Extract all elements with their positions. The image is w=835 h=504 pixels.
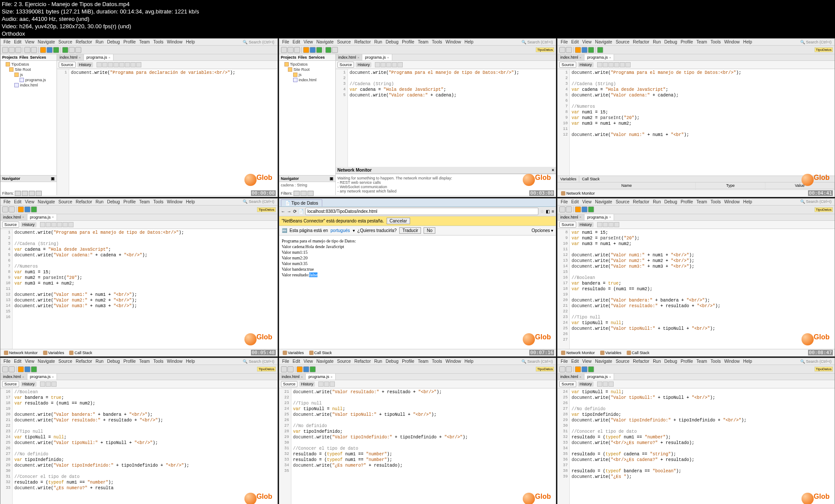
history-tab[interactable]: History	[77, 62, 93, 67]
menu-edit[interactable]: Edit	[570, 39, 580, 45]
menu-file[interactable]: File	[281, 39, 291, 45]
reload-icon[interactable]: ⟳	[293, 209, 297, 214]
menu-tools[interactable]: Tools	[709, 358, 722, 364]
filters[interactable]: Filters:	[2, 191, 42, 196]
menu-view[interactable]: View	[302, 39, 314, 45]
menu-window[interactable]: Window	[444, 39, 462, 45]
translate-button[interactable]: Traducir	[399, 227, 421, 234]
menu-refactor[interactable]: Refactor	[631, 199, 651, 205]
search-input[interactable]: 🔍 Search (Ctrl+I)	[241, 40, 275, 45]
menu-team[interactable]: Team	[695, 358, 708, 364]
menu-help[interactable]: Help	[184, 39, 196, 45]
menu-team[interactable]: Team	[695, 39, 708, 45]
menu-view[interactable]: View	[581, 358, 593, 364]
tab-index[interactable]: index.html×	[57, 54, 84, 60]
menu-view[interactable]: View	[23, 199, 36, 205]
menu-navigate[interactable]: Navigate	[315, 39, 335, 45]
menu-view[interactable]: View	[581, 39, 593, 45]
menu-refactor[interactable]: Refactor	[631, 358, 651, 364]
menu-tools[interactable]: Tools	[431, 39, 443, 45]
menu-view[interactable]: View	[581, 199, 593, 205]
url-input[interactable]: localhost:8383/TipoDatos/index.html	[305, 208, 539, 215]
project-tree[interactable]: TipoDatos Site Root js programa.js index…	[0, 61, 57, 175]
menu-edit[interactable]: Edit	[570, 358, 580, 364]
menu-refactor[interactable]: Refactor	[353, 39, 372, 45]
menu-edit[interactable]: Edit	[13, 358, 23, 364]
toolbar[interactable]	[0, 46, 277, 54]
menu-run[interactable]: Run	[651, 39, 662, 45]
menu-source[interactable]: Source	[57, 39, 73, 45]
menu-help[interactable]: Help	[184, 358, 196, 364]
menu-source[interactable]: Source	[336, 39, 352, 45]
menu-view[interactable]: View	[302, 358, 314, 364]
menu-edit[interactable]: Edit	[291, 358, 301, 364]
cancel-button[interactable]: Cancelar	[387, 218, 410, 224]
menu-run[interactable]: Run	[94, 358, 105, 364]
menu-source[interactable]: Source	[615, 39, 631, 45]
menu-window[interactable]: Window	[723, 199, 741, 205]
menu-tools[interactable]: Tools	[709, 199, 722, 205]
search-input[interactable]: 🔍 Search (Ctrl+I)	[241, 359, 275, 364]
menu-team[interactable]: Team	[695, 199, 708, 205]
menu-navigate[interactable]: Navigate	[315, 358, 335, 364]
menu-file[interactable]: File	[559, 358, 569, 364]
menu-help[interactable]: Help	[742, 39, 754, 45]
menu-team[interactable]: Team	[417, 358, 430, 364]
menu-run[interactable]: Run	[651, 358, 662, 364]
services-tab[interactable]: Services	[30, 55, 46, 60]
menu-debug[interactable]: Debug	[384, 358, 400, 364]
menu-help[interactable]: Help	[463, 358, 475, 364]
menu-source[interactable]: Source	[615, 199, 631, 205]
menu-team[interactable]: Team	[138, 39, 151, 45]
menu-profile[interactable]: Profile	[401, 39, 415, 45]
menu-navigate[interactable]: Navigate	[594, 199, 613, 205]
menu-window[interactable]: Window	[166, 199, 184, 205]
callstack-tab[interactable]: Call Stack	[579, 176, 602, 182]
menu-source[interactable]: Source	[615, 358, 631, 364]
menu-team[interactable]: Team	[417, 39, 430, 45]
menu-team[interactable]: Team	[138, 199, 151, 205]
menu-profile[interactable]: Profile	[679, 199, 694, 205]
toolbar[interactable]: TipoDatos	[279, 46, 556, 54]
menu-profile[interactable]: Profile	[122, 199, 137, 205]
menu-tools[interactable]: Tools	[431, 358, 443, 364]
menubar[interactable]: FileEditViewNavigateSourceRefactorRunDeb…	[279, 39, 556, 46]
menu-source[interactable]: Source	[57, 358, 73, 364]
menu-debug[interactable]: Debug	[663, 199, 678, 205]
search-input[interactable]: 🔍 Search (Ctrl+I)	[241, 199, 275, 204]
menu-run[interactable]: Run	[94, 39, 105, 45]
menu-source[interactable]: Source	[336, 358, 352, 364]
menu-file[interactable]: File	[2, 199, 12, 205]
menu-navigate[interactable]: Navigate	[594, 358, 613, 364]
menu-file[interactable]: File	[281, 358, 291, 364]
menu-tools[interactable]: Tools	[709, 39, 722, 45]
menu-edit[interactable]: Edit	[13, 39, 23, 45]
menu-window[interactable]: Window	[444, 358, 462, 364]
menu-profile[interactable]: Profile	[679, 39, 694, 45]
menu-navigate[interactable]: Navigate	[37, 199, 56, 205]
menu-edit[interactable]: Edit	[570, 199, 580, 205]
menu-help[interactable]: Help	[742, 358, 754, 364]
menu-file[interactable]: File	[559, 199, 569, 205]
browser-navbar[interactable]: ← → ⟳ 📄 localhost:8383/TipoDatos/index.h…	[279, 207, 556, 216]
menu-profile[interactable]: Profile	[122, 39, 137, 45]
menu-help[interactable]: Help	[463, 39, 475, 45]
menu-refactor[interactable]: Refactor	[631, 39, 651, 45]
menu-navigate[interactable]: Navigate	[37, 358, 56, 364]
menu-source[interactable]: Source	[57, 199, 73, 205]
menu-debug[interactable]: Debug	[106, 358, 121, 364]
menu-file[interactable]: File	[2, 39, 12, 45]
tab-programa[interactable]: programa.js×	[84, 54, 114, 60]
menu-help[interactable]: Help	[184, 199, 196, 205]
search-input[interactable]: 🔍 Search (Ctrl+I)	[799, 359, 833, 364]
files-tab[interactable]: Files	[20, 55, 29, 60]
menu-window[interactable]: Window	[723, 358, 741, 364]
no-button[interactable]: No	[424, 227, 435, 234]
menu-team[interactable]: Team	[138, 358, 151, 364]
menu-tools[interactable]: Tools	[152, 39, 164, 45]
projects-tab[interactable]: Projects	[2, 55, 18, 60]
menu-profile[interactable]: Profile	[401, 358, 415, 364]
menu-window[interactable]: Window	[166, 39, 184, 45]
search-input[interactable]: 🔍 Search (Ctrl+I)	[799, 199, 833, 204]
menu-debug[interactable]: Debug	[384, 39, 400, 45]
